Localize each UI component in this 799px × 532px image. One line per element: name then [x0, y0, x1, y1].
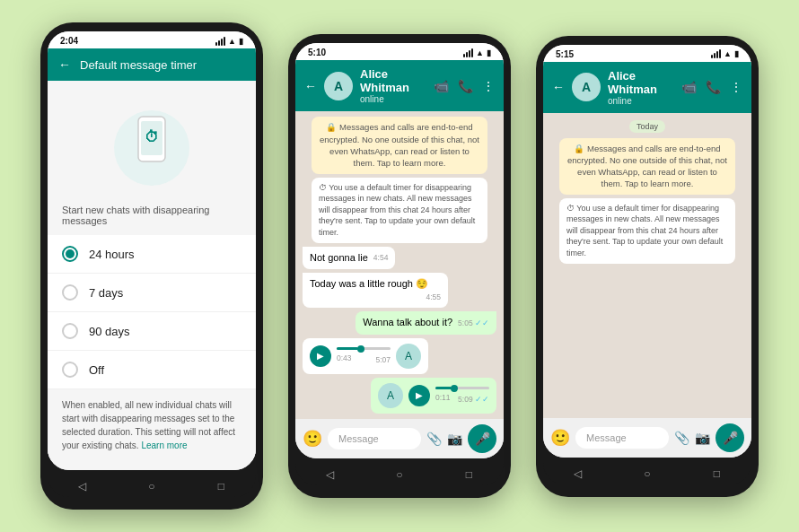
nav-home-1[interactable]: ○: [143, 477, 161, 495]
msg-time-3: 5:05 ✓✓: [458, 318, 489, 329]
radio-90days[interactable]: [62, 323, 78, 339]
back-button-2[interactable]: ←: [304, 79, 317, 93]
wifi-icon-3: ▲: [724, 49, 732, 58]
audio-time-received: 5:07: [375, 355, 391, 364]
audio-progress-sent: [435, 387, 452, 389]
option-off[interactable]: Off: [48, 351, 256, 389]
status-bar-3: 5:15 ▲ ▮: [543, 45, 751, 62]
illustration-area: ⏱: [48, 81, 256, 197]
nav-home-3[interactable]: ○: [638, 465, 656, 483]
disappear-notice-2: ⏱ You use a default timer for disappeari…: [312, 178, 487, 243]
phone-2: 5:10 ▲ ▮ ← A Alice Whitman: [288, 34, 511, 497]
time-2: 5:10: [308, 48, 326, 57]
msg-2: Today was a little rough 😌 4:55: [303, 273, 448, 308]
label-7days: 7 days: [89, 286, 123, 300]
date-label-3: Today: [629, 120, 665, 133]
message-placeholder-2: Message: [338, 433, 379, 444]
contact-name-2: Alice Whitman: [360, 67, 426, 94]
msg-1: Not gonna lie 4:54: [303, 247, 395, 269]
audio-dot-received: [357, 345, 364, 353]
more-icon-2[interactable]: ⋮: [482, 79, 495, 93]
phone-nav-2: ◁ ○ □: [295, 458, 504, 485]
label-24hours: 24 hours: [89, 248, 135, 261]
radio-24hours[interactable]: [62, 246, 78, 262]
time-3: 5:15: [556, 49, 574, 59]
phone-1: 2:04 ▲ ▮ ← Default message timer: [40, 22, 263, 510]
battery-icon-3: ▮: [734, 49, 739, 58]
audio-wave-sent: [435, 387, 489, 389]
disappear-subtitle: Start new chats with disappearing messag…: [48, 197, 256, 235]
nav-back-3[interactable]: ◁: [569, 465, 587, 483]
encryption-notice-3: 🔒 Messages and calls are end-to-end encr…: [559, 138, 735, 195]
audio-avatar-received: A: [396, 344, 421, 369]
call-icon-2[interactable]: 📞: [458, 79, 473, 93]
back-button-3[interactable]: ←: [552, 80, 565, 94]
wifi-icon-2: ▲: [476, 48, 484, 57]
nav-back-1[interactable]: ◁: [74, 477, 92, 495]
settings-footer: When enabled, all new individual chats w…: [48, 389, 256, 461]
audio-dot-sent: [451, 385, 458, 392]
play-button-received[interactable]: ▶: [310, 345, 331, 367]
chat-header-icons-3: 📹 📞 ⋮: [681, 80, 742, 94]
emoji-icon-3[interactable]: 🙂: [550, 428, 570, 448]
audio-msg-received[interactable]: ▶ 0:43 5:07 A: [303, 338, 428, 374]
audio-msg-sent[interactable]: A ▶ 0:11 5:09 ✓✓: [371, 378, 496, 414]
chat-body-2: 🔒 Messages and calls are end-to-end encr…: [295, 111, 504, 418]
time-1: 2:04: [60, 36, 78, 46]
nav-recents-3[interactable]: □: [707, 465, 725, 483]
chat-header-icons-2: 📹 📞 ⋮: [434, 79, 495, 93]
chat-input-bar-3: 🙂 Message 📎 📷 🎤: [543, 418, 751, 458]
settings-body: ⏱ Start new chats with disappearing mess…: [48, 81, 256, 470]
back-button-1[interactable]: ←: [58, 57, 71, 72]
audio-ticks-sent: ✓✓: [475, 395, 489, 404]
radio-dot-24hours: [66, 249, 75, 258]
attach-icon-3[interactable]: 📎: [674, 431, 689, 445]
radio-off[interactable]: [62, 362, 78, 378]
play-button-sent[interactable]: ▶: [408, 385, 430, 406]
battery-icon-2: ▮: [487, 48, 491, 57]
message-input-2[interactable]: Message: [328, 428, 421, 449]
status-bar-1: 2:04 ▲ ▮: [48, 31, 256, 48]
chat-header-info-3: Alice Whitman online: [608, 69, 674, 106]
mic-button-3[interactable]: 🎤: [716, 423, 744, 452]
radio-options: 24 hours 7 days 90 days Of: [48, 235, 256, 389]
radio-7days[interactable]: [62, 284, 78, 301]
mic-button-2[interactable]: 🎤: [468, 424, 496, 453]
label-90days: 90 days: [89, 325, 130, 338]
svg-text:⏱: ⏱: [145, 129, 159, 144]
phone-3: 5:15 ▲ ▮ ← A Alice Whitman: [536, 36, 759, 497]
nav-home-2[interactable]: ○: [391, 466, 408, 484]
msg-3: Wanna talk about it? 5:05 ✓✓: [356, 311, 496, 334]
settings-title: Default message timer: [80, 58, 197, 72]
settings-header: ← Default message timer: [48, 48, 256, 81]
option-24hours[interactable]: 24 hours: [48, 235, 256, 274]
msg-ticks-3: ✓✓: [475, 318, 489, 327]
emoji-icon-2[interactable]: 🙂: [303, 429, 322, 449]
chat-header-3: ← A Alice Whitman online 📹 📞 ⋮: [543, 62, 751, 113]
option-90days[interactable]: 90 days: [48, 312, 256, 351]
call-icon-3[interactable]: 📞: [706, 80, 721, 94]
learn-more-link[interactable]: Learn more: [141, 440, 187, 450]
chat-header-info-2: Alice Whitman online: [360, 67, 426, 104]
audio-progress-received: [337, 347, 358, 350]
avatar-3: A: [572, 73, 601, 101]
video-icon-2[interactable]: 📹: [434, 79, 449, 93]
chat-header-2: ← A Alice Whitman online 📹 📞 ⋮: [295, 60, 504, 111]
msg-time-1: 4:54: [373, 253, 389, 264]
encryption-notice-2: 🔒 Messages and calls are end-to-end encr…: [312, 117, 487, 173]
option-7days[interactable]: 7 days: [48, 274, 256, 312]
more-icon-3[interactable]: ⋮: [730, 80, 742, 94]
nav-recents-2[interactable]: □: [460, 466, 478, 484]
attach-icon-2[interactable]: 📎: [426, 432, 442, 446]
nav-recents-1[interactable]: □: [212, 477, 230, 495]
status-bar-2: 5:10 ▲ ▮: [295, 43, 504, 60]
contact-status-2: online: [360, 94, 426, 104]
camera-icon-2[interactable]: 📷: [447, 432, 462, 446]
msg-time-2: 4:55: [426, 292, 441, 303]
video-icon-3[interactable]: 📹: [681, 80, 697, 94]
message-input-3[interactable]: Message: [575, 427, 669, 449]
avatar-2: A: [324, 72, 353, 100]
nav-back-2[interactable]: ◁: [321, 466, 339, 484]
disappearing-msg-illustration: ⏱: [111, 99, 192, 188]
camera-icon-3[interactable]: 📷: [695, 431, 710, 445]
